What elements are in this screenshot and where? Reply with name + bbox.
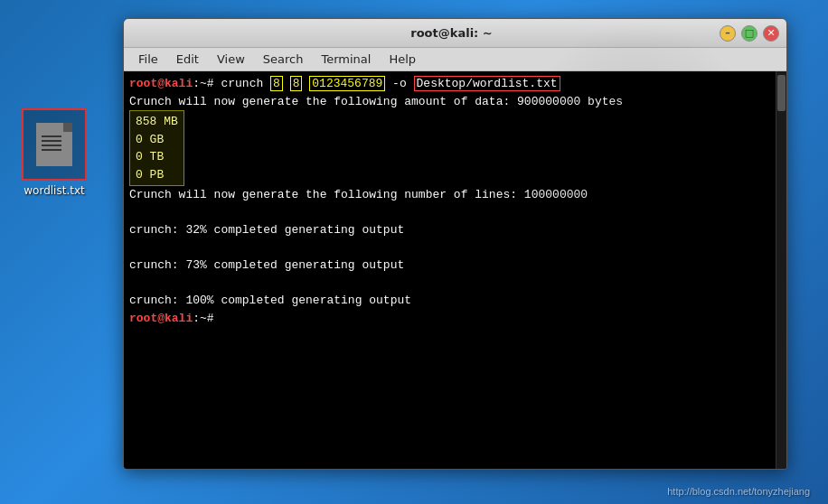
icon-wrapper: [22, 108, 87, 181]
menu-edit[interactable]: Edit: [169, 51, 206, 68]
menu-search[interactable]: Search: [256, 51, 311, 68]
desktop-icon-label: wordlist.txt: [24, 184, 84, 197]
command-line: root@kali:~# crunch 8 8 0123456789 -o De…: [129, 75, 768, 93]
prompt-user: root@kali: [129, 77, 193, 90]
file-lines: [42, 135, 61, 154]
watermark: http://blog.csdn.net/tonyzhejiang: [667, 486, 810, 497]
arg2: 8: [290, 76, 303, 91]
file-icon: [36, 123, 72, 166]
output-progress-73: crunch: 73% completed generating output: [129, 257, 768, 275]
prompt-suffix: :~#: [193, 77, 213, 90]
arg3: 0123456789: [309, 76, 385, 91]
prompt2-user: root@kali: [129, 312, 193, 325]
flag-o: -o: [385, 77, 413, 90]
menu-bar: File Edit View Search Terminal Help: [124, 48, 786, 71]
title-bar: root@kali: ~ – □ ✕: [124, 19, 786, 48]
scrollbar[interactable]: [776, 71, 786, 469]
close-button[interactable]: ✕: [763, 25, 779, 42]
maximize-button[interactable]: □: [741, 25, 757, 42]
data-line-mb: 858 MB: [136, 113, 178, 131]
terminal-window: root@kali: ~ – □ ✕ File Edit View Search…: [123, 18, 787, 470]
desktop: wordlist.txt root@kali: ~ – □ ✕ File Edi…: [0, 0, 828, 504]
terminal-body[interactable]: root@kali:~# crunch 8 8 0123456789 -o De…: [124, 71, 786, 469]
command-crunch: crunch: [214, 77, 270, 90]
output-line-2: Crunch will now generate the following n…: [129, 186, 768, 204]
menu-view[interactable]: View: [210, 51, 252, 68]
output-path: Desktop/wordlist.txt: [414, 76, 560, 91]
menu-terminal[interactable]: Terminal: [314, 51, 378, 68]
final-prompt-line: root@kali:~#: [129, 310, 768, 328]
minimize-button[interactable]: –: [720, 25, 736, 42]
menu-help[interactable]: Help: [381, 51, 423, 68]
prompt2-suffix: :~#: [193, 312, 213, 325]
output-progress-100: crunch: 100% completed generating output: [129, 292, 768, 310]
data-line-pb: 0 PB: [136, 166, 178, 184]
output-progress-32: crunch: 32% completed generating output: [129, 221, 768, 239]
scrollbar-thumb: [777, 75, 786, 111]
terminal-content: root@kali:~# crunch 8 8 0123456789 -o De…: [129, 75, 781, 327]
window-controls: – □ ✕: [720, 25, 779, 42]
desktop-icon-wordlist[interactable]: wordlist.txt: [18, 108, 90, 197]
output-line-1: Crunch will now generate the following a…: [129, 93, 768, 111]
data-box-container: 858 MB 0 GB 0 TB 0 PB: [129, 110, 768, 186]
data-line-tb: 0 TB: [136, 148, 178, 166]
window-title: root@kali: ~: [183, 26, 720, 40]
data-line-gb: 0 GB: [136, 131, 178, 149]
arg1: 8: [270, 76, 283, 91]
data-box: 858 MB 0 GB 0 TB 0 PB: [129, 110, 184, 186]
menu-file[interactable]: File: [131, 51, 165, 68]
